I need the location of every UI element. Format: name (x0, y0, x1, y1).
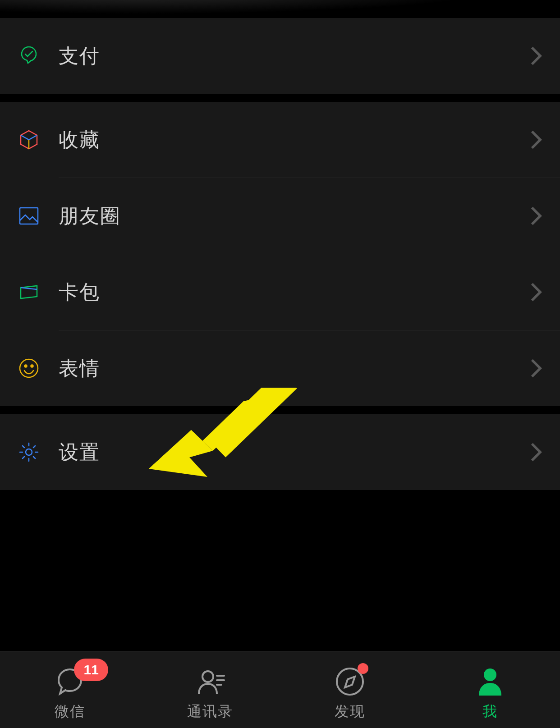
svg-point-10 (484, 668, 496, 681)
compass-icon (335, 666, 365, 697)
menu-label-cards: 卡包 (59, 279, 100, 306)
header-glow (0, 0, 560, 18)
tab-chats[interactable]: 11 微信 (0, 651, 140, 728)
chevron-right-icon (530, 282, 542, 302)
svg-point-3 (31, 365, 33, 367)
menu-item-moments[interactable]: 朋友圈 (0, 178, 560, 254)
chevron-right-icon (530, 206, 542, 226)
svg-point-1 (20, 359, 38, 377)
tab-discover[interactable]: 发现 (280, 651, 420, 728)
menu-label-settings: 设置 (59, 439, 100, 466)
tab-label-discover: 发现 (335, 702, 365, 722)
pay-icon (18, 45, 59, 67)
menu-label-stickers: 表情 (59, 355, 100, 382)
menu-group-main: 收藏 朋友圈 (0, 102, 560, 406)
menu-group-settings: 设置 (0, 414, 560, 490)
svg-point-2 (25, 365, 27, 367)
tab-label-contacts: 通讯录 (187, 702, 233, 722)
chevron-right-icon (530, 358, 542, 378)
tab-label-me: 我 (482, 702, 498, 722)
person-icon (477, 666, 503, 697)
svg-point-8 (202, 671, 213, 682)
unread-badge: 11 (74, 659, 108, 681)
image-icon (18, 205, 59, 227)
menu-group-pay: 支付 (0, 18, 560, 94)
chat-bubble-icon: 11 (54, 666, 86, 697)
menu-label-pay: 支付 (59, 43, 100, 69)
gear-icon (18, 441, 59, 463)
tab-label-chats: 微信 (55, 702, 85, 722)
menu-item-favorites[interactable]: 收藏 (0, 102, 560, 178)
chevron-right-icon (530, 442, 542, 462)
notification-dot (358, 663, 368, 674)
tab-contacts[interactable]: 通讯录 (140, 651, 280, 728)
tab-bar: 11 微信 通讯录 发现 (0, 651, 560, 728)
tab-me[interactable]: 我 (420, 651, 560, 728)
contacts-icon (194, 666, 226, 697)
smile-icon (18, 357, 59, 379)
chevron-right-icon (530, 46, 542, 66)
chevron-right-icon (530, 130, 542, 150)
menu-item-pay[interactable]: 支付 (0, 18, 560, 94)
wallet-icon (18, 281, 59, 303)
svg-point-4 (26, 449, 32, 455)
menu-label-moments: 朋友圈 (59, 203, 121, 229)
menu-label-favorites: 收藏 (59, 127, 100, 153)
me-page: 支付 收藏 (0, 0, 560, 728)
menu-item-cards[interactable]: 卡包 (0, 254, 560, 330)
menu-item-settings[interactable]: 设置 (0, 414, 560, 490)
menu-item-stickers[interactable]: 表情 (0, 330, 560, 406)
cube-icon (18, 129, 59, 151)
svg-rect-0 (20, 208, 38, 224)
